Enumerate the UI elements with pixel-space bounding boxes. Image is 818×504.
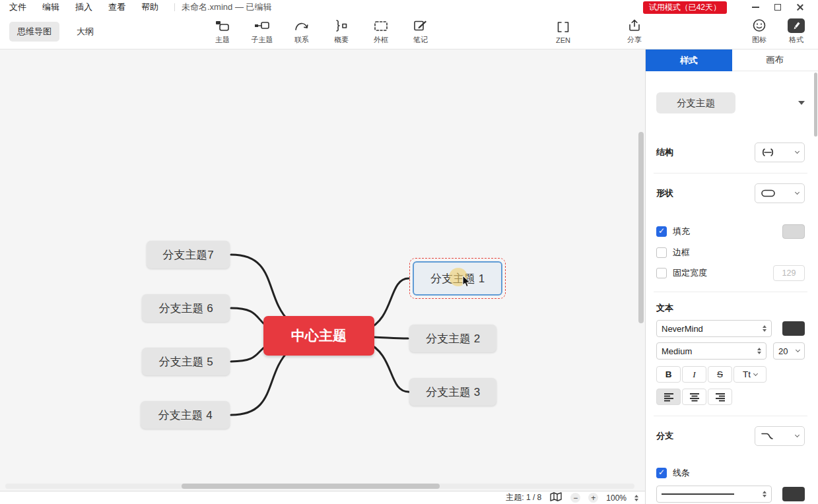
line-style-select[interactable] bbox=[656, 486, 772, 503]
fixed-width-checkbox[interactable] bbox=[656, 268, 667, 278]
menu-edit[interactable]: 编辑 bbox=[42, 1, 59, 13]
font-size-value: 20 bbox=[778, 346, 788, 356]
branch-connector-lines bbox=[0, 49, 645, 491]
menu-view[interactable]: 查看 bbox=[108, 1, 125, 13]
zoom-spinner[interactable] bbox=[634, 495, 638, 501]
bold-button[interactable]: B bbox=[656, 366, 681, 383]
horizontal-scrollbar[interactable] bbox=[5, 484, 634, 489]
font-weight-value: Medium bbox=[662, 346, 692, 356]
line-row: 线条 bbox=[656, 467, 805, 479]
trial-mode-badge[interactable]: 试用模式（已42天） bbox=[643, 1, 727, 14]
topic-branch-6[interactable]: 分支主题 6 bbox=[142, 294, 230, 322]
format-button[interactable]: 格式 bbox=[784, 18, 809, 45]
panel-scrollbar-thumb[interactable] bbox=[814, 73, 817, 137]
notes-button[interactable]: 笔记 bbox=[408, 18, 433, 45]
strikethrough-button[interactable]: S bbox=[708, 366, 732, 383]
font-size-select[interactable]: 20 bbox=[773, 342, 805, 360]
zen-icon bbox=[555, 20, 571, 34]
summary-button[interactable]: 概要 bbox=[329, 18, 354, 45]
topic-branch-4-label: 分支主题 4 bbox=[158, 408, 212, 423]
summary-label: 概要 bbox=[334, 35, 349, 45]
font-weight-row: Medium 20 bbox=[656, 342, 805, 360]
topic-branch-3[interactable]: 分支主题 3 bbox=[409, 378, 496, 406]
line-color-swatch[interactable] bbox=[782, 487, 805, 501]
text-case-value: Tt bbox=[743, 369, 751, 379]
topic-branch-5[interactable]: 分支主题 5 bbox=[142, 348, 230, 375]
topic-type-selector[interactable]: 分支主题 bbox=[656, 92, 735, 113]
close-icon bbox=[796, 3, 804, 11]
tab-style[interactable]: 样式 bbox=[646, 49, 732, 71]
maximize-icon bbox=[774, 4, 781, 11]
border-label: 边框 bbox=[673, 247, 690, 259]
stickers-button[interactable]: 图标 bbox=[747, 18, 772, 45]
close-button[interactable] bbox=[789, 1, 811, 14]
tab-mindmap[interactable]: 思维导图 bbox=[9, 22, 59, 42]
share-button[interactable]: 分享 bbox=[622, 18, 647, 45]
align-right-button[interactable] bbox=[708, 389, 732, 405]
font-weight-select[interactable]: Medium bbox=[656, 342, 767, 360]
menu-file[interactable]: 文件 bbox=[9, 1, 26, 13]
topic-branch-4[interactable]: 分支主题 4 bbox=[141, 401, 230, 429]
topic-button[interactable]: 主题 bbox=[210, 18, 235, 45]
topic-counter: 主题: 1 / 8 bbox=[506, 492, 541, 503]
structure-label: 结构 bbox=[656, 146, 673, 158]
boundary-button[interactable]: 外框 bbox=[368, 18, 393, 45]
topic-type-dropdown-icon[interactable] bbox=[798, 101, 805, 105]
menu-insert[interactable]: 插入 bbox=[75, 1, 92, 13]
format-panel-tabs: 样式 画布 bbox=[646, 49, 818, 71]
fill-label: 填充 bbox=[673, 226, 690, 237]
map-overview-button[interactable] bbox=[549, 491, 562, 504]
mouse-cursor bbox=[462, 276, 471, 288]
fixed-width-label: 固定宽度 bbox=[673, 267, 707, 279]
topic-branch-2[interactable]: 分支主题 2 bbox=[409, 325, 496, 352]
topic-type-selector-row: 分支主题 bbox=[656, 92, 805, 113]
line-checkbox[interactable] bbox=[656, 468, 667, 478]
minimize-button[interactable] bbox=[744, 1, 767, 14]
topic-branch-7-label: 分支主题7 bbox=[162, 247, 213, 263]
structure-dropdown[interactable] bbox=[755, 142, 805, 162]
zoom-in-button[interactable]: + bbox=[588, 493, 598, 503]
topic-central[interactable]: 中心主题 bbox=[263, 316, 374, 356]
zoom-level[interactable]: 100% bbox=[606, 493, 627, 503]
subtopic-label: 子主题 bbox=[252, 35, 273, 45]
zoom-out-button[interactable]: − bbox=[570, 493, 580, 503]
structure-map-icon bbox=[761, 147, 775, 158]
chevron-down-icon bbox=[753, 371, 758, 375]
maximize-button[interactable] bbox=[767, 1, 789, 14]
align-center-button[interactable] bbox=[682, 389, 706, 405]
menubar: 文件 编辑 插入 查看 帮助 未命名.xmind — 已编辑 试用模式（已42天… bbox=[0, 0, 818, 15]
topic-branch-7[interactable]: 分支主题7 bbox=[147, 241, 230, 268]
font-family-row: NeverMind bbox=[656, 320, 805, 337]
alignment-buttons-row bbox=[656, 389, 805, 405]
subtopic-button[interactable]: 子主题 bbox=[250, 18, 275, 45]
font-family-select[interactable]: NeverMind bbox=[656, 320, 772, 337]
relationship-button[interactable]: 联系 bbox=[289, 18, 314, 45]
toolbar: 思维导图 大纲 主题 子主题 联系 bbox=[0, 15, 818, 49]
border-checkbox[interactable] bbox=[656, 247, 667, 258]
vertical-scrollbar-thumb[interactable] bbox=[638, 132, 644, 323]
menu-help[interactable]: 帮助 bbox=[141, 1, 158, 13]
text-case-button[interactable]: Tt bbox=[733, 366, 767, 383]
fill-checkbox[interactable] bbox=[656, 226, 667, 237]
shape-dropdown[interactable] bbox=[755, 183, 805, 203]
text-color-swatch[interactable] bbox=[782, 321, 805, 336]
menubar-divider bbox=[174, 3, 175, 11]
line-style-preview bbox=[662, 493, 734, 495]
zen-mode-button[interactable]: ZEN bbox=[551, 20, 576, 44]
boundary-label: 外框 bbox=[374, 35, 388, 45]
align-left-button[interactable] bbox=[656, 389, 681, 405]
italic-button[interactable]: I bbox=[682, 366, 706, 383]
horizontal-scrollbar-thumb[interactable] bbox=[182, 484, 440, 489]
shape-label: 形状 bbox=[656, 187, 673, 199]
fill-color-swatch[interactable] bbox=[782, 224, 805, 239]
topic-label: 主题 bbox=[215, 35, 230, 45]
align-right-icon bbox=[715, 393, 726, 402]
fixed-width-input[interactable]: 129 bbox=[773, 265, 805, 281]
branch-style-dropdown[interactable] bbox=[755, 426, 805, 446]
subtopic-icon bbox=[254, 18, 270, 33]
tab-canvas[interactable]: 画布 bbox=[732, 49, 818, 71]
mindmap-canvas[interactable]: 分支主题7 分支主题 6 分支主题 5 分支主题 4 中心主题 bbox=[0, 49, 645, 491]
share-label: 分享 bbox=[627, 35, 642, 45]
tab-outline[interactable]: 大纲 bbox=[69, 22, 102, 42]
toolbar-right-tools: 图标 格式 bbox=[747, 18, 809, 45]
